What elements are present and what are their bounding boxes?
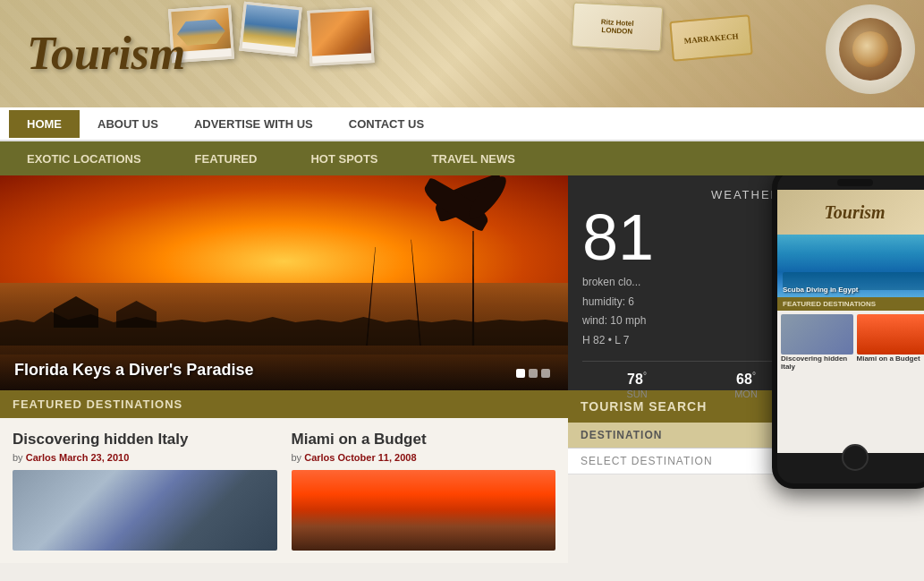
nav-about[interactable]: ABOUT US (80, 110, 176, 138)
featured-image-1 (13, 470, 277, 551)
left-column: Florida Keys a Diver's Paradise FEATURED… (0, 175, 568, 581)
hero-dot-3[interactable] (541, 369, 550, 378)
featured-author-2: Carlos (304, 452, 335, 463)
site-logo: Tourism (27, 27, 185, 80)
hero-dot-1[interactable] (516, 369, 525, 378)
featured-item-2: Miami on a Budget by Carlos October 11, … (292, 431, 556, 551)
coffee-cup (826, 4, 915, 94)
polaroid-3 (307, 7, 374, 66)
mobile-featured-header: FEATURED DESTINATIONS (777, 297, 924, 311)
featured-byline-1: by Carlos March 23, 2010 (13, 452, 277, 463)
nav-hotspots[interactable]: HOT SPOTS (284, 145, 404, 173)
mobile-dest-grid: Discovering hidden Italy Miami on a Budg… (777, 311, 924, 376)
mobile-miami-title: Miami on a Budget (857, 355, 925, 363)
hero-image: Florida Keys a Diver's Paradise (0, 175, 568, 390)
featured-author-1: Carlos (26, 452, 56, 463)
mobile-header: Tourism (777, 190, 924, 235)
hut-2 (116, 301, 157, 328)
mobile-logo: Tourism (824, 202, 885, 223)
weather-temp-sun: 78° (582, 371, 691, 388)
nav-travelnews[interactable]: TRAVEL NEWS (405, 145, 542, 173)
nav-home[interactable]: HOME (9, 110, 80, 138)
mobile-hero: Scuba Diving in Egypt (777, 235, 924, 297)
nav-advertise[interactable]: ADVERTISE WITH US (176, 110, 331, 138)
nav-exotic[interactable]: EXOTIC LOCATIONS (0, 145, 168, 173)
mobile-dest-1: Discovering hidden Italy (781, 314, 853, 372)
mobile-italy-title: Discovering hidden Italy (781, 355, 853, 371)
nav-contact[interactable]: CONTACT US (331, 110, 442, 138)
weather-widget: WEATHER 81 broken clo... humidity: 6 win… (568, 175, 924, 390)
nav-featured[interactable]: FEATURED (168, 145, 284, 173)
featured-header: FEATURED DESTINATIONS (0, 390, 568, 418)
featured-title-1: Discovering hidden Italy (13, 431, 277, 449)
hero-caption: Florida Keys a Diver's Paradise (14, 361, 253, 380)
weather-label-sun: SUN (582, 389, 691, 399)
weather-day-sun: 78° SUN (582, 371, 691, 398)
mobile-miami-img (857, 314, 925, 355)
featured-grid: Discovering hidden Italy by Carlos March… (0, 418, 568, 563)
mobile-scuba-label: Scuba Diving in Egypt (783, 286, 858, 294)
secondary-nav: EXOTIC LOCATIONS FEATURED HOT SPOTS TRAV… (0, 141, 924, 175)
mobile-screen: Tourism Scuba Diving in Egypt FEATURED D… (777, 190, 924, 453)
featured-date-1: March 23, 2010 (59, 452, 129, 463)
ritz-badge: Ritz HotelLONDON (572, 2, 663, 51)
mobile-notch (837, 179, 873, 186)
featured-title-2: Miami on a Budget (292, 431, 556, 449)
featured-item-1: Discovering hidden Italy by Carlos March… (13, 431, 277, 551)
featured-image-2 (292, 470, 556, 551)
mobile-home-button (842, 444, 869, 471)
featured-date-2: October 11, 2008 (338, 452, 417, 463)
polaroid-2 (239, 2, 301, 56)
hero-dot-2[interactable] (529, 369, 538, 378)
marrakech-stamp: MARRAKECH (669, 14, 753, 62)
mobile-device-mockup: Tourism Scuba Diving in Egypt FEATURED D… (772, 175, 924, 489)
site-header: Ritz HotelLONDON MARRAKECH Tourism (0, 0, 924, 107)
mobile-italy-img (781, 314, 853, 355)
featured-byline-2: by Carlos October 11, 2008 (292, 452, 556, 463)
main-content: Florida Keys a Diver's Paradise FEATURED… (0, 175, 924, 581)
hut-1 (54, 296, 98, 328)
primary-nav: HOME ABOUT US ADVERTISE WITH US CONTACT … (0, 107, 924, 141)
right-column: WEATHER 81 broken clo... humidity: 6 win… (568, 175, 924, 581)
hero-pagination[interactable] (516, 369, 550, 378)
mobile-dest-2: Miami on a Budget (857, 314, 925, 372)
